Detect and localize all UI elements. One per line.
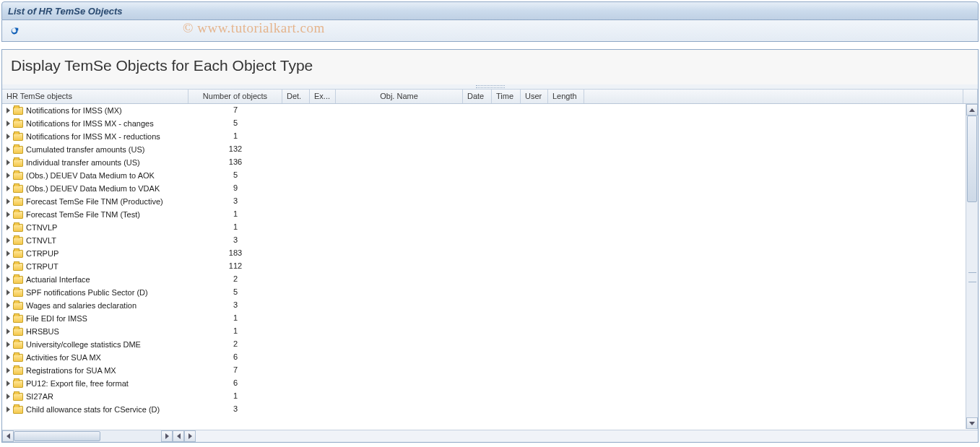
hscroll-track[interactable]	[14, 430, 161, 442]
expand-icon[interactable]	[6, 108, 10, 113]
expand-icon[interactable]	[6, 342, 10, 347]
vscroll-thumb[interactable]	[967, 116, 977, 202]
table-row[interactable]: CTNVLP1	[2, 221, 978, 234]
expand-icon[interactable]	[6, 329, 10, 334]
col-header-det[interactable]: Det.	[282, 90, 310, 103]
table-row[interactable]: (Obs.) DEUEV Data Medium to AOK5	[2, 169, 978, 182]
tree-cell[interactable]: Notifications for IMSS MX - changes	[2, 117, 188, 130]
table-row[interactable]: Notifications for IMSS MX - changes5	[2, 117, 978, 130]
expand-icon[interactable]	[6, 238, 10, 243]
cell-number-of-objects: 3	[188, 403, 282, 416]
vertical-scrollbar[interactable]	[966, 104, 978, 429]
table-row[interactable]: Activities for SUA MX6	[2, 351, 978, 364]
tree-cell[interactable]: SI27AR	[2, 390, 188, 403]
tree-cell[interactable]: (Obs.) DEUEV Data Medium to VDAK	[2, 182, 188, 195]
tree-cell[interactable]: CTRPUP	[2, 247, 188, 260]
scroll-right-button[interactable]	[161, 430, 173, 442]
tree-cell[interactable]: PU12: Export file, free format	[2, 377, 188, 390]
tree-node-label: University/college statistics DME	[26, 340, 141, 349]
scroll-left-button[interactable]	[2, 430, 14, 442]
tree-cell[interactable]: (Obs.) DEUEV Data Medium to AOK	[2, 169, 188, 182]
tree-cell[interactable]: HRSBUS	[2, 325, 188, 338]
tree-cell[interactable]: Notifications for IMSS (MX)	[2, 104, 188, 117]
col-header-date[interactable]: Date	[463, 90, 492, 103]
horizontal-scrollbar[interactable]	[2, 430, 196, 442]
tree-cell[interactable]: SPF notifications Public Sector (D)	[2, 286, 188, 299]
tree-cell[interactable]: Forecast TemSe File TNM (Test)	[2, 208, 188, 221]
expand-icon[interactable]	[6, 316, 10, 321]
expand-icon[interactable]	[6, 121, 10, 126]
tree-cell[interactable]: CTNVLP	[2, 221, 188, 234]
expand-icon[interactable]	[6, 251, 10, 256]
tree-cell[interactable]: Activities for SUA MX	[2, 351, 188, 364]
table-row[interactable]: Registrations for SUA MX7	[2, 364, 978, 377]
table-row[interactable]: Forecast TemSe File TNM (Productive)3	[2, 195, 978, 208]
tree-cell[interactable]: Child allowance stats for CService (D)	[2, 403, 188, 416]
table-row[interactable]: CTNVLT3	[2, 234, 978, 247]
table-row[interactable]: PU12: Export file, free format6	[2, 377, 978, 390]
expand-icon[interactable]	[6, 277, 10, 282]
table-row[interactable]: (Obs.) DEUEV Data Medium to VDAK9	[2, 182, 978, 195]
scroll-up-button[interactable]	[966, 104, 978, 116]
table-row[interactable]: SPF notifications Public Sector (D)5	[2, 286, 978, 299]
vscroll-track[interactable]	[966, 116, 978, 417]
scroll-right-end-button[interactable]	[184, 430, 196, 442]
folder-icon	[13, 185, 23, 193]
table-row[interactable]: Notifications for IMSS MX - reductions1	[2, 130, 978, 143]
tree-cell[interactable]: CTNVLT	[2, 234, 188, 247]
tree-cell[interactable]: Wages and salaries declaration	[2, 299, 188, 312]
table-row[interactable]: Individual transfer amounts (US)136	[2, 156, 978, 169]
tree-cell[interactable]: CTRPUT	[2, 260, 188, 273]
col-header-time[interactable]: Time	[492, 90, 521, 103]
tree-cell[interactable]: Forecast TemSe File TNM (Productive)	[2, 195, 188, 208]
hscroll-thumb[interactable]	[14, 431, 100, 441]
refresh-button[interactable]	[6, 23, 22, 39]
col-header-tree[interactable]: HR TemSe objects	[2, 90, 188, 103]
table-row[interactable]: Forecast TemSe File TNM (Test)1	[2, 208, 978, 221]
expand-icon[interactable]	[6, 173, 10, 178]
table-row[interactable]: Child allowance stats for CService (D)3	[2, 403, 978, 416]
expand-icon[interactable]	[6, 407, 10, 412]
expand-icon[interactable]	[6, 264, 10, 269]
tree-cell[interactable]: File EDI for IMSS	[2, 312, 188, 325]
col-header-objname[interactable]: Obj. Name	[336, 90, 463, 103]
table-row[interactable]: Actuarial Interface2	[2, 273, 978, 286]
table-row[interactable]: Cumulated transfer amounts (US)132	[2, 143, 978, 156]
col-header-user[interactable]: User	[521, 90, 548, 103]
table-row[interactable]: University/college statistics DME2	[2, 338, 978, 351]
tree-cell[interactable]: Actuarial Interface	[2, 273, 188, 286]
expand-icon[interactable]	[6, 394, 10, 399]
tree-cell[interactable]: Individual transfer amounts (US)	[2, 156, 188, 169]
tree-cell[interactable]: Notifications for IMSS MX - reductions	[2, 130, 188, 143]
tree-node-label: CTNVLT	[26, 236, 56, 245]
expand-icon[interactable]	[6, 290, 10, 295]
expand-icon[interactable]	[6, 225, 10, 230]
folder-icon	[13, 289, 23, 297]
tree-cell[interactable]: Cumulated transfer amounts (US)	[2, 143, 188, 156]
expand-icon[interactable]	[6, 368, 10, 373]
table-row[interactable]: File EDI for IMSS1	[2, 312, 978, 325]
table-row[interactable]: Notifications for IMSS (MX)7	[2, 104, 978, 117]
folder-icon	[13, 211, 23, 219]
tree-cell[interactable]: Registrations for SUA MX	[2, 364, 188, 377]
scroll-left-end-button[interactable]	[173, 430, 184, 442]
table-row[interactable]: CTRPUP183	[2, 247, 978, 260]
table-row[interactable]: Wages and salaries declaration3	[2, 299, 978, 312]
col-header-length[interactable]: Length	[548, 90, 584, 103]
expand-icon[interactable]	[6, 303, 10, 308]
tree-cell[interactable]: University/college statistics DME	[2, 338, 188, 351]
expand-icon[interactable]	[6, 186, 10, 191]
expand-icon[interactable]	[6, 160, 10, 165]
expand-icon[interactable]	[6, 199, 10, 204]
table-row[interactable]: HRSBUS1	[2, 325, 978, 338]
expand-icon[interactable]	[6, 381, 10, 386]
col-header-number[interactable]: Number of objects	[188, 90, 282, 103]
expand-icon[interactable]	[6, 212, 10, 217]
table-row[interactable]: SI27AR1	[2, 390, 978, 403]
expand-icon[interactable]	[6, 134, 10, 139]
expand-icon[interactable]	[6, 355, 10, 360]
table-row[interactable]: CTRPUT112	[2, 260, 978, 273]
expand-icon[interactable]	[6, 147, 10, 152]
col-header-ex[interactable]: Ex...	[310, 90, 336, 103]
scroll-down-button[interactable]	[966, 417, 978, 429]
